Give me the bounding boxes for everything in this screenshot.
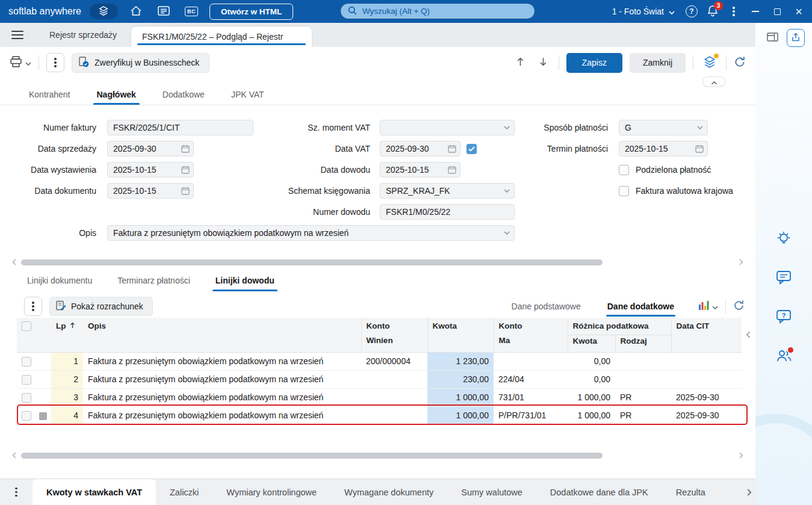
data-vat-input[interactable]: 2025-09-30 bbox=[380, 141, 460, 156]
table-row-selected[interactable]: 4 Faktura z przesuniętym obowiązkiem pod… bbox=[17, 406, 742, 424]
share-button[interactable] bbox=[787, 29, 805, 47]
scroll-left-icon[interactable] bbox=[12, 451, 16, 460]
tab-kwoty-w-stawkach-vat[interactable]: Kwoty w stawkach VAT bbox=[33, 479, 156, 505]
assistant-button[interactable] bbox=[775, 231, 792, 247]
header-roznica-podatkowa[interactable]: Różnica podatkowa bbox=[568, 318, 671, 335]
chart-view-button[interactable] bbox=[698, 300, 718, 312]
data-vat-checkbox[interactable] bbox=[466, 144, 477, 154]
help-center-button[interactable]: ? bbox=[775, 309, 792, 326]
move-up-button[interactable] bbox=[513, 55, 528, 70]
notifications-button[interactable]: 3 bbox=[704, 2, 722, 20]
comments-button[interactable] bbox=[775, 270, 792, 287]
calendar-icon[interactable] bbox=[695, 144, 704, 153]
header-roznica-kwota[interactable]: Kwota bbox=[568, 335, 615, 352]
anywhere-logo-pill[interactable] bbox=[90, 4, 118, 19]
header-kwota[interactable]: Kwota bbox=[427, 318, 494, 352]
grid-refresh-button[interactable] bbox=[733, 300, 745, 313]
header-data-cit[interactable]: Data CIT bbox=[671, 318, 742, 352]
row-checkbox[interactable] bbox=[22, 393, 31, 403]
scrollbar-track[interactable] bbox=[19, 453, 737, 459]
open-in-html-button[interactable]: Otwórz w HTML bbox=[209, 4, 293, 20]
tab-terminarz-platnosci[interactable]: Terminarz płatności bbox=[105, 270, 203, 291]
view-dane-dodatkowe[interactable]: Dane dodatkowe bbox=[606, 302, 675, 311]
scrollbar-thumb[interactable] bbox=[21, 453, 603, 459]
termin-platnosci-input[interactable]: 2025-10-15 bbox=[619, 141, 708, 156]
panels-button[interactable] bbox=[767, 33, 778, 43]
numer-dowodu-input[interactable]: FSKR1/M0/25/22 bbox=[380, 204, 515, 220]
bottom-tabs-menu-button[interactable] bbox=[0, 479, 33, 505]
scroll-left-icon[interactable] bbox=[12, 258, 16, 267]
help-button[interactable]: ? bbox=[682, 2, 701, 20]
sz-moment-vat-combobox[interactable] bbox=[380, 120, 515, 135]
tab-dodatkowe-dane-dla-jpk[interactable]: Dodatkowe dane dla JPK bbox=[536, 479, 662, 505]
tab-sumy-walutowe[interactable]: Sumy walutowe bbox=[447, 479, 536, 505]
move-down-button[interactable] bbox=[536, 55, 551, 70]
scroll-right-icon[interactable] bbox=[739, 258, 743, 267]
verify-businesscheck-button[interactable]: Zweryfikuj w Businesscheck bbox=[72, 53, 209, 73]
tab-rezultaty[interactable]: Rezulta bbox=[662, 479, 719, 505]
table-row[interactable]: 3 Faktura z przesuniętym obowiązkiem pod… bbox=[17, 388, 742, 406]
tab-document-preview[interactable]: FSKR1/M0/25/22 – Podgląd – Rejestr bbox=[131, 26, 312, 47]
tab-naglowek[interactable]: Nagłówek bbox=[84, 84, 149, 105]
schemat-combobox[interactable]: SPRZ_KRAJ_FK bbox=[380, 183, 515, 199]
save-button[interactable]: Zapisz bbox=[566, 53, 622, 73]
tabs-overflow-button[interactable] bbox=[747, 479, 755, 505]
calendar-icon[interactable] bbox=[181, 166, 190, 174]
toolbar-more-button[interactable] bbox=[46, 53, 64, 72]
close-document-button[interactable]: Zamknij bbox=[630, 53, 686, 73]
sposob-platnosci-combobox[interactable]: G bbox=[619, 120, 708, 135]
collapse-header-button[interactable] bbox=[702, 76, 725, 87]
show-settlement-button[interactable]: Pokaż rozrachunek bbox=[49, 297, 153, 316]
data-dokumentu-input[interactable]: 2025-10-15 bbox=[107, 183, 194, 199]
collapse-panel-icon[interactable] bbox=[746, 331, 751, 338]
grid-more-button[interactable] bbox=[24, 297, 42, 316]
community-button[interactable] bbox=[775, 348, 792, 365]
table-row[interactable]: 2 Faktura z przesuniętym obowiązkiem pod… bbox=[17, 370, 742, 388]
tab-wymiary-kontrolingowe[interactable]: Wymiary kontrolingowe bbox=[212, 479, 330, 505]
tab-linijki-dowodu[interactable]: Linijki dowodu bbox=[203, 270, 287, 291]
data-wystawienia-input[interactable]: 2025-10-15 bbox=[107, 162, 194, 178]
tab-jpk-vat[interactable]: JPK VAT bbox=[218, 84, 277, 105]
header-konto-winien[interactable]: Konto bbox=[361, 318, 427, 335]
header-lp[interactable]: Lp bbox=[51, 318, 83, 352]
numer-faktury-input[interactable]: FSKR/2025/1/CIT bbox=[107, 120, 253, 135]
tab-wymagane-dokumenty[interactable]: Wymagane dokumenty bbox=[330, 479, 447, 505]
tab-rejestr-sprzedazy[interactable]: Rejestr sprzedaży bbox=[35, 23, 131, 47]
tab-zaliczki[interactable]: Zaliczki bbox=[156, 479, 212, 505]
refresh-button[interactable] bbox=[734, 56, 746, 70]
select-all-checkbox[interactable] bbox=[22, 321, 31, 331]
row-checkbox[interactable] bbox=[22, 375, 31, 385]
home-button[interactable] bbox=[126, 3, 146, 20]
scrollbar-thumb[interactable] bbox=[21, 259, 603, 265]
calendar-icon[interactable] bbox=[181, 187, 190, 195]
calendar-icon[interactable] bbox=[448, 144, 456, 153]
opis-combobox[interactable]: Faktura z przesuniętym obowiązkiem podat… bbox=[107, 225, 515, 241]
faktura-walutowa-checkbox[interactable] bbox=[619, 186, 629, 196]
topbar-menu-button[interactable] bbox=[724, 2, 743, 20]
print-button[interactable] bbox=[10, 56, 31, 70]
header-opis[interactable]: Opis bbox=[83, 318, 361, 352]
view-dane-podstawowe[interactable]: Dane podstawowe bbox=[510, 302, 582, 311]
businesscheck-shortcut[interactable]: BC bbox=[182, 3, 201, 20]
table-row[interactable]: 1 Faktura z przesuniętym obowiązkiem pod… bbox=[17, 352, 742, 370]
row-checkbox[interactable] bbox=[22, 411, 31, 421]
row-checkbox[interactable] bbox=[22, 357, 31, 367]
data-dowodu-input[interactable]: 2025-10-15 bbox=[380, 162, 460, 178]
scrollbar-track[interactable] bbox=[19, 259, 737, 265]
anywhere-panel-button[interactable] bbox=[701, 54, 719, 71]
company-selector[interactable]: 1 - Foto Świat bbox=[607, 7, 680, 16]
podzielona-platnosc-checkbox[interactable] bbox=[619, 165, 629, 175]
tab-dodatkowe[interactable]: Dodatkowe bbox=[149, 84, 218, 105]
data-sprzedazy-input[interactable]: 2025-09-30 bbox=[107, 141, 194, 156]
minimize-button[interactable] bbox=[746, 2, 765, 20]
header-konto-ma[interactable]: Konto bbox=[494, 318, 568, 335]
scroll-right-icon[interactable] bbox=[739, 451, 743, 460]
calendar-icon[interactable] bbox=[448, 166, 456, 174]
maximize-button[interactable] bbox=[767, 2, 787, 20]
search-input[interactable]: Wyszukaj (Alt + Q) bbox=[340, 3, 535, 19]
registers-button[interactable] bbox=[154, 3, 173, 20]
close-button[interactable]: × bbox=[789, 2, 808, 20]
header-rodzaj[interactable]: Rodzaj bbox=[615, 335, 671, 352]
main-menu-button[interactable] bbox=[0, 23, 35, 47]
calendar-icon[interactable] bbox=[181, 144, 190, 153]
